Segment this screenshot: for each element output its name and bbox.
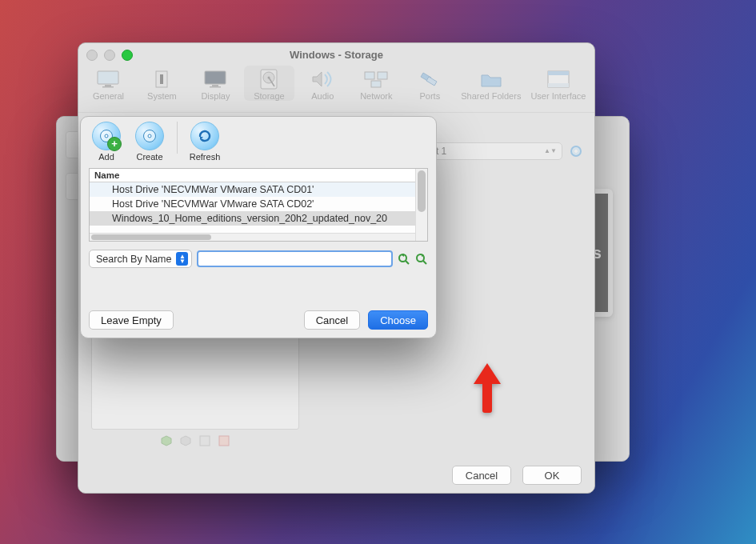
svg-rect-15	[548, 71, 569, 75]
monitor-icon	[97, 70, 119, 88]
harddisk-icon	[260, 69, 278, 90]
refresh-button[interactable]: Refresh	[184, 122, 226, 162]
storage-device-actions	[91, 434, 299, 447]
leave-empty-button[interactable]: Leave Empty	[89, 310, 174, 330]
add-disk-button[interactable]: + Add	[86, 122, 127, 162]
add-controller-icon[interactable]	[160, 434, 173, 447]
settings-toolbar: General System Display Storage Audio Net…	[78, 66, 594, 113]
search-mode-combo[interactable]: Search By Name ▲▼	[89, 250, 192, 268]
cancel-button[interactable]: Cancel	[304, 310, 360, 330]
svg-rect-2	[102, 86, 114, 88]
close-window-button[interactable]	[86, 50, 98, 61]
list-item[interactable]: Windows_10_Home_editions_version_20h2_up…	[90, 211, 415, 226]
desktop: ows Windows - Storage General System	[0, 0, 756, 544]
chip-icon	[153, 70, 170, 89]
window-title: Windows - Storage	[290, 49, 383, 61]
svg-rect-1	[105, 85, 111, 86]
zoom-window-button[interactable]	[122, 50, 133, 61]
list-item[interactable]: Host Drive 'NECVMWar VMware SATA CD02'	[90, 197, 415, 211]
h-scrollbar[interactable]	[90, 233, 415, 241]
settings-cancel-button[interactable]: Cancel	[452, 466, 511, 485]
settings-ok-button[interactable]: OK	[522, 466, 582, 485]
search-back-icon[interactable]	[398, 253, 410, 266]
tab-ports[interactable]: Ports	[405, 66, 455, 101]
svg-rect-5	[205, 71, 226, 84]
svg-rect-6	[212, 85, 218, 86]
tab-shared-folders[interactable]: Shared Folders	[458, 66, 524, 101]
window-icon	[547, 70, 570, 88]
stepper-icon: ▲▼	[546, 149, 555, 154]
tab-user-interface[interactable]: User Interface	[527, 66, 590, 101]
svg-rect-21	[200, 436, 210, 446]
toolbar-separator	[177, 122, 178, 154]
svg-rect-12	[378, 72, 387, 79]
svg-rect-13	[371, 81, 381, 87]
search-mode-label: Search By Name	[96, 254, 171, 265]
tab-storage[interactable]: Storage	[244, 66, 294, 101]
tab-display[interactable]: Display	[190, 66, 241, 101]
optical-disk-selector-dialog: + Add Create Refresh Name Host Drive 'NE…	[80, 116, 437, 338]
search-input[interactable]	[197, 250, 393, 267]
svg-rect-11	[365, 72, 374, 79]
remove-controller-icon[interactable]	[179, 434, 192, 447]
minimize-window-button[interactable]	[104, 50, 115, 61]
annotation-arrow	[474, 363, 499, 414]
svg-rect-16	[548, 83, 569, 87]
column-header-name[interactable]: Name	[90, 169, 415, 182]
list-item[interactable]: Host Drive 'NECVMWar VMware SATA CD01'	[90, 182, 415, 197]
svg-point-26	[148, 134, 151, 138]
choose-button[interactable]: Choose	[368, 310, 428, 330]
ports-icon	[419, 70, 440, 88]
svg-rect-7	[210, 86, 221, 88]
tab-network[interactable]: Network	[351, 66, 402, 101]
svg-rect-22	[219, 436, 229, 446]
disc-icon	[142, 129, 157, 143]
svg-rect-0	[98, 71, 118, 84]
display-icon	[204, 70, 226, 88]
disk-list[interactable]: Name Host Drive 'NECVMWar VMware SATA CD…	[89, 168, 428, 242]
search-forward-icon[interactable]	[415, 253, 428, 266]
create-disk-button[interactable]: Create	[129, 122, 170, 162]
choose-disk-icon[interactable]	[570, 146, 582, 157]
remove-attachment-icon[interactable]	[218, 434, 230, 447]
speaker-icon	[311, 70, 334, 88]
svg-point-24	[105, 134, 108, 138]
network-icon	[364, 70, 388, 88]
refresh-icon	[197, 128, 213, 144]
tab-audio[interactable]: Audio	[298, 66, 348, 101]
tab-system[interactable]: System	[137, 66, 187, 101]
combo-arrows-icon: ▲▼	[176, 252, 188, 266]
v-scrollbar[interactable]	[415, 169, 427, 241]
folder-icon	[480, 70, 502, 88]
tab-general[interactable]: General	[83, 66, 134, 101]
svg-rect-4	[160, 74, 163, 84]
plus-badge-icon: +	[107, 137, 122, 151]
add-attachment-icon[interactable]	[198, 434, 211, 447]
titlebar: Windows - Storage	[78, 43, 594, 66]
